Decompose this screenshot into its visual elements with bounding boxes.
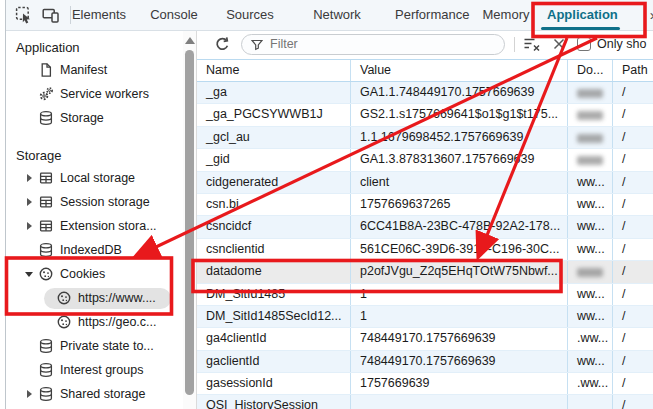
cookie-domain-cell: ww...	[568, 284, 613, 305]
cookie-path-cell: /	[613, 172, 653, 193]
cookie-path-cell: /	[613, 239, 653, 260]
sidebar-section-header: Storage	[6, 146, 183, 166]
cookie-row-ga-pgcsywwb1j[interactable]: _ga_PGCSYWWB1J GS2.1.s1757669641$o1$g1$t…	[197, 104, 653, 126]
filter-input[interactable]	[241, 34, 505, 55]
only-show-label: Only sho	[597, 37, 646, 51]
cookie-row-csnclientid[interactable]: csnclientid 561CE06C-39D6-391F-C196-30C.…	[197, 239, 653, 261]
inspect-element-icon[interactable]	[15, 6, 33, 24]
sidebar-item-https-www[interactable]: https://www....	[6, 286, 183, 310]
column-header-path[interactable]: Path	[613, 60, 653, 81]
disclosure-spacer[interactable]	[22, 87, 36, 101]
chevron-down-icon[interactable]	[22, 267, 36, 281]
delete-selected-icon[interactable]	[553, 38, 565, 50]
tab-network[interactable]: Network	[297, 0, 377, 30]
tab-application[interactable]: Application	[547, 0, 618, 30]
cookie-path-cell: /	[613, 351, 653, 372]
sidebar-item-storage[interactable]: Storage	[6, 106, 183, 130]
only-show-checkbox[interactable]	[577, 37, 591, 51]
cookie-value-cell: 748449170.1757669639	[351, 328, 568, 349]
table-icon	[38, 194, 54, 210]
cookie-row-qsi-historysession[interactable]: QSI_HistorySession /	[197, 395, 653, 409]
cookie-domain-cell: ww...	[568, 216, 613, 237]
document-icon	[38, 62, 54, 78]
cookie-icon	[56, 314, 72, 330]
sidebar-scrollbar[interactable]	[183, 30, 196, 409]
sidebar-item-session-storage[interactable]: Session storage	[6, 190, 183, 214]
cookie-path-cell: /	[613, 82, 653, 103]
cookie-value-cell: GA1.1.748449170.1757669639	[351, 82, 568, 103]
cookie-row-gcl-au[interactable]: _gcl_au 1.1.1679698452.1757669639 /	[197, 127, 653, 149]
disclosure-spacer[interactable]	[22, 63, 36, 77]
chevron-right-icon[interactable]	[22, 219, 36, 233]
scroll-up-arrow-icon[interactable]	[185, 37, 195, 44]
cookie-row-dm-sitid1485[interactable]: DM_SitId1485 1 ww... /	[197, 284, 653, 306]
tab-console[interactable]: Console	[145, 0, 203, 30]
filter-field-wrap	[241, 34, 505, 55]
sidebar-item-label: Storage	[60, 111, 104, 125]
cookie-name-cell: DM_SitId1485	[197, 284, 351, 305]
disclosure-spacer[interactable]	[40, 315, 54, 329]
cookie-row-ga4clientid[interactable]: ga4clientId 748449170.1757669639 .ww... …	[197, 328, 653, 350]
cookie-row-gid[interactable]: _gid GA1.3.878313607.1757669639 /	[197, 149, 653, 171]
cookie-row-cidgenerated[interactable]: cidgenerated client ww... /	[197, 172, 653, 194]
disclosure-spacer[interactable]	[22, 339, 36, 353]
device-toolbar-icon[interactable]	[42, 6, 60, 24]
sidebar-item-private-state-to[interactable]: Private state to...	[6, 334, 183, 358]
clear-all-cookies-icon[interactable]	[523, 36, 541, 52]
cookie-domain-cell	[568, 82, 613, 103]
disclosure-spacer[interactable]	[22, 363, 36, 377]
cookie-row-csn-bi[interactable]: csn.bi 1757669637265 ww... /	[197, 194, 653, 216]
scrollbar-thumb[interactable]	[185, 50, 194, 395]
tab-memory[interactable]: Memory	[465, 0, 547, 30]
sidebar-item-extension-stora[interactable]: Extension stora...	[6, 214, 183, 238]
cookie-row-datadome[interactable]: datadome p2ofJVgu_Z2q5EHqTOtW75Nbwf... /	[197, 261, 653, 283]
filter-funnel-icon	[251, 39, 263, 51]
disclosure-spacer[interactable]	[22, 243, 36, 257]
chevron-right-icon[interactable]	[22, 171, 36, 185]
cookie-path-cell: /	[613, 328, 653, 349]
cookie-path-cell: /	[613, 127, 653, 148]
cookie-domain-cell: ww...	[568, 239, 613, 260]
cookie-icon	[56, 290, 72, 306]
cookie-value-cell: p2ofJVgu_Z2q5EHqTOtW75Nbwf...	[351, 261, 568, 282]
chevron-right-icon[interactable]	[22, 195, 36, 209]
sidebar-item-label: https://www....	[78, 291, 156, 305]
sidebar-item-label: Interest groups	[60, 363, 143, 377]
sidebar-item-shared-storage[interactable]: Shared storage	[6, 382, 183, 406]
tab-performance[interactable]: Performance	[395, 0, 451, 30]
cookie-value-cell: 1.1.1679698452.1757669639	[351, 127, 568, 148]
tab-elements[interactable]: Elements	[71, 0, 127, 30]
sidebar-item-local-storage[interactable]: Local storage	[6, 166, 183, 190]
cookie-row-gasessionid[interactable]: gasessionId 1757669639 .ww... /	[197, 373, 653, 395]
sidebar-item-service-workers[interactable]: Service workers	[6, 82, 183, 106]
tab-sources[interactable]: Sources	[221, 0, 279, 30]
cookie-value-cell: 6CC41B8A-23BC-478B-92A2-178...	[351, 216, 568, 237]
cookie-name-cell: gasessionId	[197, 373, 351, 394]
database-icon	[38, 338, 54, 354]
cookie-row-dm-sitid1485secid12[interactable]: DM_SitId1485SecId12... 1 ww... /	[197, 306, 653, 328]
refresh-icon[interactable]	[214, 36, 231, 53]
sidebar-item-cookies[interactable]: Cookies	[6, 262, 183, 286]
column-header-name[interactable]: Name	[197, 60, 351, 81]
column-header-domain[interactable]: Do...	[568, 60, 613, 81]
sidebar-item-manifest[interactable]: Manifest	[6, 58, 183, 82]
toolbar-divider	[514, 37, 515, 52]
cookie-row-ga[interactable]: _ga GA1.1.748449170.1757669639 /	[197, 82, 653, 104]
cookie-path-cell: /	[613, 261, 653, 282]
sidebar-item-interest-groups[interactable]: Interest groups	[6, 358, 183, 382]
cookie-row-csncidcf[interactable]: csncidcf 6CC41B8A-23BC-478B-92A2-178... …	[197, 216, 653, 238]
disclosure-spacer[interactable]	[40, 291, 54, 305]
table-icon	[38, 218, 54, 234]
cookie-row-gaclientid[interactable]: gaclientId 748449170.1757669639 ww... /	[197, 351, 653, 373]
chevron-right-icon[interactable]	[22, 387, 36, 401]
disclosure-spacer[interactable]	[22, 111, 36, 125]
column-header-value[interactable]: Value	[351, 60, 568, 81]
cookie-name-cell: csnclientid	[197, 239, 351, 260]
sidebar-item-label: Extension stora...	[60, 219, 157, 233]
cookie-value-cell	[351, 395, 568, 409]
cookie-path-cell: /	[613, 284, 653, 305]
cookie-value-cell: 561CE06C-39D6-391F-C196-30C...	[351, 239, 568, 260]
sidebar-item-https-geo-c[interactable]: https://geo.c...	[6, 310, 183, 334]
sidebar-item-indexeddb[interactable]: IndexedDB	[6, 238, 183, 262]
more-tabs-icon[interactable]: »	[650, 0, 653, 30]
